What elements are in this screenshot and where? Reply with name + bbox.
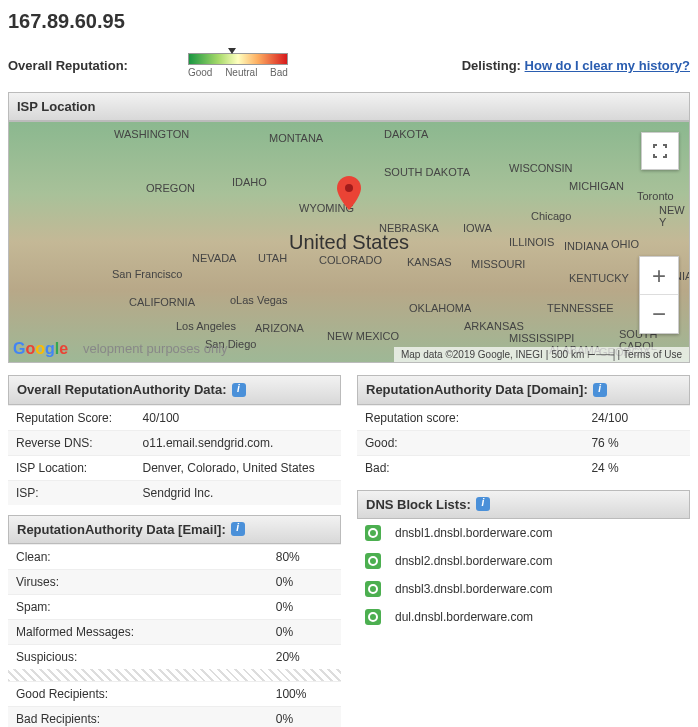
blocklist-host: dnsbl3.dnsbl.borderware.com	[395, 582, 552, 596]
row-value: 76 %	[583, 430, 690, 455]
map-place-label: IDAHO	[232, 176, 267, 188]
overall-table: Reputation Score:40/100Reverse DNS:o11.e…	[8, 405, 341, 505]
row-key: Spam:	[8, 595, 268, 620]
page-title: 167.89.60.95	[0, 0, 698, 53]
fullscreen-icon	[652, 143, 668, 159]
map-place-label: WISCONSIN	[509, 162, 573, 174]
map-place-label: ARKANSAS	[464, 320, 524, 332]
blocklist-host: dul.dnsbl.borderware.com	[395, 610, 533, 624]
table-row: Bad Recipients:0%	[8, 707, 341, 727]
row-value: 80%	[268, 545, 341, 570]
map-place-label: MISSOURI	[471, 258, 525, 270]
row-value: 24 %	[583, 455, 690, 480]
gauge-good-label: Good	[188, 67, 212, 78]
divider-hatch	[8, 669, 341, 681]
table-row: Clean:80%	[8, 545, 341, 570]
row-value: 0%	[268, 707, 341, 727]
zoom-in-button[interactable]: +	[640, 257, 678, 295]
map-place-label: OKLAHOMA	[409, 302, 471, 314]
table-row: Malformed Messages:0%	[8, 620, 341, 645]
row-key: Bad Recipients:	[8, 707, 268, 727]
info-icon[interactable]	[231, 522, 245, 536]
map-place-label: NEW Y	[659, 204, 689, 228]
google-logo: Google	[13, 340, 68, 358]
map-place-label: ARIZONA	[255, 322, 304, 334]
row-key: Good:	[357, 430, 583, 455]
blocklist-host: dnsbl1.dnsbl.borderware.com	[395, 526, 552, 540]
status-ok-icon	[365, 581, 381, 597]
blocklist-item: dul.dnsbl.borderware.com	[357, 603, 690, 631]
map-place-label: DAKOTA	[384, 128, 428, 140]
map-place-label: San Francisco	[112, 268, 182, 280]
map-place-label: WASHINGTON	[114, 128, 189, 140]
map-place-label: UTAH	[258, 252, 287, 264]
top-bar: Overall Reputation: Good Neutral Bad Del…	[0, 53, 698, 86]
row-value: 0%	[268, 595, 341, 620]
delisting-label: Delisting:	[462, 58, 521, 73]
row-key: Reputation Score:	[8, 405, 135, 430]
row-key: Reverse DNS:	[8, 430, 135, 455]
blocklist-item: dnsbl3.dnsbl.borderware.com	[357, 575, 690, 603]
delisting-link[interactable]: How do I clear my history?	[525, 58, 690, 73]
table-row: ISP Location:Denver, Colorado, United St…	[8, 455, 341, 480]
blocklist-list: dnsbl1.dnsbl.borderware.comdnsbl2.dnsbl.…	[357, 519, 690, 631]
map-place-label: OREGON	[146, 182, 195, 194]
row-key: Reputation score:	[357, 405, 583, 430]
domain-section-header: ReputationAuthority Data [Domain]:	[357, 375, 690, 405]
fullscreen-button[interactable]	[641, 132, 679, 170]
row-key: ISP Location:	[8, 455, 135, 480]
map-marker-icon	[337, 176, 361, 213]
info-icon[interactable]	[476, 497, 490, 511]
map-place-label: TENNESSEE	[547, 302, 614, 314]
info-icon[interactable]	[232, 383, 246, 397]
row-key: Good Recipients:	[8, 682, 268, 707]
row-key: ISP:	[8, 480, 135, 505]
table-row: Reverse DNS:o11.email.sendgrid.com.	[8, 430, 341, 455]
map-place-label: MICHIGAN	[569, 180, 624, 192]
zoom-out-button[interactable]: −	[640, 295, 678, 333]
map-place-label: OHIO	[611, 238, 639, 250]
status-ok-icon	[365, 609, 381, 625]
row-value: 0%	[268, 570, 341, 595]
blocklist-item: dnsbl1.dnsbl.borderware.com	[357, 519, 690, 547]
terms-link[interactable]: Terms of Use	[623, 349, 682, 360]
domain-table: Reputation score:24/100Good:76 %Bad:24 %	[357, 405, 690, 480]
map-place-label: CALIFORNIA	[129, 296, 195, 308]
row-value: 100%	[268, 682, 341, 707]
table-row: ISP:Sendgrid Inc.	[8, 480, 341, 505]
map-place-label: MONTANA	[269, 132, 323, 144]
map-place-label: oLas Vegas	[230, 294, 288, 306]
map-center-label: United States	[289, 231, 409, 254]
map-place-label: Chicago	[531, 210, 571, 222]
isp-location-header: ISP Location	[8, 92, 690, 121]
map-place-label: MISSISSIPPI	[509, 332, 574, 344]
map-place-label: KENTUCKY	[569, 272, 629, 284]
row-key: Clean:	[8, 545, 268, 570]
row-value: o11.email.sendgrid.com.	[135, 430, 341, 455]
email-table-recipients: Good Recipients:100%Bad Recipients:0%	[8, 681, 341, 727]
info-icon[interactable]	[593, 383, 607, 397]
gauge-neutral-label: Neutral	[225, 67, 257, 78]
status-ok-icon	[365, 553, 381, 569]
blocklists-section-header: DNS Block Lists:	[357, 490, 690, 520]
table-row: Bad:24 %	[357, 455, 690, 480]
blocklist-item: dnsbl2.dnsbl.borderware.com	[357, 547, 690, 575]
svg-point-0	[345, 184, 353, 192]
map[interactable]: WASHINGTONMONTANADAKOTAOREGONIDAHOWYOMIN…	[8, 121, 690, 363]
map-dev-text: velopment purposes only	[83, 341, 228, 356]
row-value: Sendgrid Inc.	[135, 480, 341, 505]
row-key: Suspicious:	[8, 645, 268, 670]
overall-reputation-label: Overall Reputation:	[8, 58, 128, 73]
gauge-bad-label: Bad	[270, 67, 288, 78]
row-value: 0%	[268, 620, 341, 645]
table-row: Good Recipients:100%	[8, 682, 341, 707]
blocklist-host: dnsbl2.dnsbl.borderware.com	[395, 554, 552, 568]
gauge-pointer-icon	[228, 48, 236, 54]
row-value: 20%	[268, 645, 341, 670]
email-table: Clean:80%Viruses:0%Spam:0%Malformed Mess…	[8, 544, 341, 669]
status-ok-icon	[365, 525, 381, 541]
row-value: 24/100	[583, 405, 690, 430]
table-row: Suspicious:20%	[8, 645, 341, 670]
table-row: Spam:0%	[8, 595, 341, 620]
map-attribution: Map data ©2019 Google, INEGI|500 km⊢──┤|…	[394, 347, 689, 362]
